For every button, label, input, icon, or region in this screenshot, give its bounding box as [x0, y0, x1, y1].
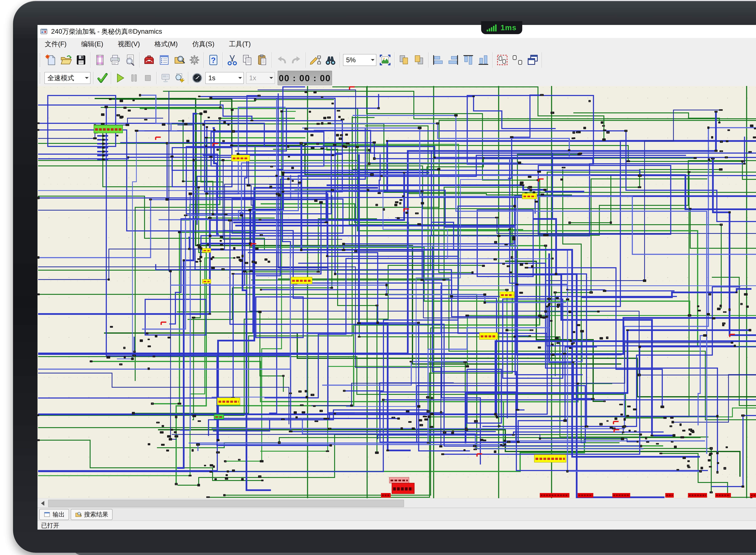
flowsheet-drawing[interactable] [38, 86, 756, 498]
toolbar-separator [340, 52, 340, 68]
cut-button[interactable] [225, 51, 240, 69]
properties-button[interactable] [157, 51, 172, 69]
redo-button [289, 51, 304, 69]
align-right-button[interactable] [446, 51, 461, 69]
help-button[interactable]: ? [206, 51, 221, 69]
zoom-level-value: 5% [343, 56, 369, 64]
menu-item-0[interactable]: 文件(F) [38, 38, 74, 50]
toolbar-separator [306, 52, 306, 68]
tab-1[interactable]: 搜索结果 [71, 509, 113, 520]
pencil-connect-button[interactable] [308, 51, 323, 69]
align-bottom-button[interactable] [476, 51, 491, 69]
signal-bars-icon [487, 24, 496, 32]
toolbar-separator [542, 52, 542, 68]
clock-icon [190, 71, 204, 85]
fit-image-button[interactable] [377, 51, 393, 69]
menu-item-5[interactable]: 工具(T) [222, 38, 258, 50]
canvas-horizontal-scrollbar[interactable] [38, 498, 756, 508]
laptop-bezel: 240万柴油加氢 - 奥秘仿真®Dynamics 文件(F)编辑(E)视图(V)… [13, 1, 756, 553]
chevron-down-icon [83, 72, 90, 84]
scroll-left-arrow[interactable] [38, 499, 47, 508]
title-bar: 240万柴油加氢 - 奥秘仿真®Dynamics [38, 25, 756, 38]
toolbar-simulation: 全速模式 1s 1x [38, 70, 756, 86]
print-button[interactable] [108, 51, 123, 69]
folder-open-button[interactable] [58, 51, 74, 69]
toolbox-button[interactable] [142, 51, 157, 69]
svg-text:?: ? [211, 56, 215, 65]
doc-new-button[interactable] [43, 51, 58, 69]
zoom-level-select[interactable]: 5% [343, 54, 376, 66]
ungroup-shapes-button[interactable] [510, 51, 525, 69]
toolbar-main: ?5% [38, 50, 756, 70]
speed-value: 1x [246, 74, 268, 82]
simulation-timer: 00 : 00 : 00 [278, 71, 332, 85]
toolbar-separator [272, 52, 272, 68]
horizontal-scroll-thumb[interactable] [48, 500, 404, 507]
bottom-tab-strip: 输出搜索结果 [38, 508, 756, 521]
pause-button [127, 71, 141, 85]
toolbar-grip [40, 72, 42, 84]
window-title: 240万柴油加氢 - 奥秘仿真®Dynamics [51, 27, 162, 36]
menu-bar: 文件(F)编辑(E)视图(V)格式(M)仿真(S)工具(T) [38, 38, 756, 50]
paste-button[interactable] [255, 51, 270, 69]
chevron-down-icon [369, 54, 376, 66]
group-shapes-button[interactable] [495, 51, 510, 69]
stop-button [141, 71, 155, 85]
toolbar-separator [139, 52, 140, 68]
search-results-icon [75, 511, 82, 518]
tab-label: 搜索结果 [84, 510, 108, 519]
file-search-button[interactable] [172, 51, 187, 69]
toolbar-separator [203, 52, 204, 68]
validate-button[interactable] [95, 71, 109, 85]
run-mode-select[interactable]: 全速模式 [44, 72, 90, 84]
toolbar-separator [492, 52, 493, 68]
run-button[interactable] [113, 71, 127, 85]
send-back-button[interactable] [411, 51, 427, 69]
page-setup-button[interactable] [92, 51, 108, 69]
undo-button [274, 51, 289, 69]
toolbar-separator [428, 52, 429, 68]
laptop-frame: { "frame": { "latency": "1ms" }, "window… [0, 0, 756, 555]
toolbar-separator [394, 52, 395, 68]
menu-item-4[interactable]: 仿真(S) [185, 38, 222, 50]
step-interval-value: 1s [206, 74, 237, 82]
bring-front-button[interactable] [396, 51, 411, 69]
menu-item-1[interactable]: 编辑(E) [74, 38, 111, 50]
chevron-down-icon [237, 72, 243, 84]
status-bar: 已打开 34363, 17467 50168 x 35985 [38, 520, 756, 529]
status-message: 已打开 [41, 521, 59, 529]
monitor-button [159, 71, 172, 85]
save-button[interactable] [74, 51, 89, 69]
menu-item-2[interactable]: 视图(V) [111, 38, 147, 50]
step-interval-select[interactable]: 1s [205, 72, 244, 84]
screen: 240万柴油加氢 - 奥秘仿真®Dynamics 文件(F)编辑(E)视图(V)… [38, 25, 756, 529]
tab-label: 输出 [53, 510, 65, 519]
align-left-button[interactable] [431, 51, 446, 69]
toolbar-separator [90, 52, 91, 68]
gear-button[interactable] [187, 51, 202, 69]
toolbar-separator [223, 52, 223, 68]
chevron-down-icon [268, 72, 275, 84]
latency-overlay: 1ms [481, 21, 522, 34]
binoculars-button[interactable] [323, 51, 338, 69]
menu-item-3[interactable]: 格式(M) [147, 38, 185, 50]
speed-select: 1x [246, 72, 275, 84]
latency-value: 1ms [501, 23, 517, 32]
align-top-button[interactable] [461, 51, 476, 69]
refresh-view-button[interactable] [172, 71, 187, 85]
tab-0[interactable]: 输出 [39, 509, 69, 520]
run-mode-value: 全速模式 [45, 74, 83, 83]
copy-button[interactable] [240, 51, 255, 69]
flowsheet-canvas[interactable] [38, 86, 756, 498]
app-icon [40, 28, 48, 35]
output-window-icon [44, 511, 50, 518]
cascade-window-button[interactable] [525, 51, 540, 69]
print-preview-button[interactable] [123, 51, 138, 69]
